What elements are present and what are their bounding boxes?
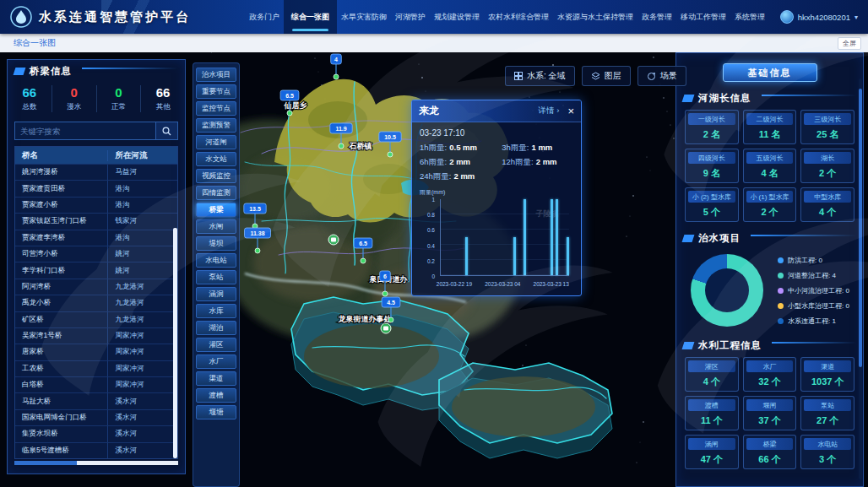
layer-menu-item[interactable]: 涵洞 <box>196 287 236 301</box>
layer-menu-item[interactable]: 水电站 <box>196 253 236 268</box>
stat-card[interactable]: 一级河长 2 名 <box>685 110 739 144</box>
layer-menu-item-label: 桥梁 <box>209 205 224 215</box>
nav-item[interactable]: 系统管理 <box>730 0 769 34</box>
stat-card[interactable]: 堰闸 37 个 <box>743 396 797 430</box>
station-marker[interactable]: 4 <box>331 54 342 79</box>
stat-card[interactable]: 渡槽 11 个 <box>685 396 739 430</box>
nav-item[interactable]: 政务管理 <box>637 0 676 34</box>
table-row[interactable]: 贾家渡贡田桥 港沟 <box>15 180 177 196</box>
nav-item[interactable]: 移动工作管理 <box>676 0 730 34</box>
table-row[interactable]: 禹龙小桥 九龙港河 <box>15 295 177 311</box>
stat-card[interactable]: 小 (2) 型水库 5 个 <box>685 187 739 222</box>
right-panel-scrollbar[interactable] <box>859 78 862 479</box>
table-row[interactable]: 吴家湾1号桥 周家冲河 <box>15 327 177 344</box>
bridge-name: 贾家渡贡田桥 <box>15 184 107 194</box>
table-row[interactable]: 姚河湾漫桥 马益河 <box>15 164 177 180</box>
stat-card[interactable]: 五级河长 4 名 <box>743 149 797 183</box>
layer-menu-item[interactable]: 监控节点 <box>196 101 236 116</box>
search-input[interactable] <box>15 122 155 139</box>
table-row[interactable]: 临泉5号渡槽桥 溪水河 <box>15 442 177 458</box>
layer-menu-item[interactable]: 渡槽 <box>196 388 236 403</box>
water-project-title: 治水项目 <box>698 232 741 245</box>
stat-card[interactable]: 三级河长 25 名 <box>800 110 854 144</box>
nav-item[interactable]: 农村水利综合管理 <box>484 0 553 34</box>
rain-metric-value: 2 mm <box>449 157 470 166</box>
layer-menu-item[interactable]: 堰塘 <box>196 405 236 419</box>
chevron-down-icon: ▾ <box>854 14 858 21</box>
stat-card[interactable]: 灌区 4 个 <box>685 357 739 392</box>
table-row[interactable]: 贾家渡李湾桥 港沟 <box>15 230 177 246</box>
stat-card[interactable]: 渠道 1037 个 <box>800 357 854 392</box>
layer-menu-item[interactable]: 湖泊 <box>196 321 236 335</box>
fullscreen-button[interactable]: 全屏 <box>838 37 861 50</box>
popup-body: 03-23 17:10 1h雨量:0.5 mm 3h雨量:1 mm 6h雨量:2… <box>412 122 581 295</box>
stat-card[interactable]: 湖长 2 个 <box>800 149 854 183</box>
table-row[interactable]: 马趾大桥 溪水河 <box>15 392 177 409</box>
right-panel-scrollbar-thumb[interactable] <box>859 89 862 367</box>
table-row[interactable]: 贾家渡小桥 港沟 <box>15 197 177 213</box>
stat-card[interactable]: 水厂 32 个 <box>743 357 797 392</box>
table-row[interactable]: 工农桥 周家冲河 <box>15 360 177 376</box>
layer-menu-item-label: 水闸 <box>209 222 224 232</box>
river-chief-cards: 一级河长 2 名 二级河长 11 名 三级河长 25 名 四级河长 9 名 五级… <box>685 110 854 222</box>
layer-menu-item[interactable]: 泵站 <box>196 270 236 284</box>
nav-item[interactable]: 综合一张图 <box>284 0 337 34</box>
layer-menu-item[interactable]: 水闸 <box>196 219 236 234</box>
layer-menu-item[interactable]: 渠道 <box>196 371 236 386</box>
table-row[interactable]: 国家电网博金门口桥 溪水河 <box>15 409 177 425</box>
layer-menu-item[interactable]: 监测预警 <box>196 118 236 133</box>
nav-item[interactable]: 水旱灾害防御 <box>337 0 391 34</box>
table-row[interactable]: 白塔桥 周家冲河 <box>15 376 177 392</box>
table-row[interactable]: 司营湾小桥 姚河 <box>15 246 177 262</box>
horizontal-scrollbar[interactable] <box>14 461 178 465</box>
layer-menu-item[interactable]: 堤坝 <box>196 236 236 251</box>
stat-card-label: 涵闸 <box>688 438 735 450</box>
popup-detail-link[interactable]: 详情 › <box>539 106 560 116</box>
vertical-scrollbar[interactable] <box>173 228 177 458</box>
river-name: 姚河 <box>107 246 177 262</box>
water-system-selector[interactable]: 水系: 全域 <box>505 66 575 86</box>
stat-card[interactable]: 四级河长 9 名 <box>685 149 739 183</box>
stat-card[interactable]: 涵闸 47 个 <box>685 435 739 469</box>
stat-card[interactable]: 泵站 27 个 <box>800 396 854 430</box>
nav-item-label: 移动工作管理 <box>681 12 726 23</box>
layer-menu-item[interactable]: 水库 <box>196 304 236 318</box>
stat-card[interactable]: 桥梁 66 个 <box>743 435 797 469</box>
layer-menu-item[interactable]: 四情监测 <box>196 186 236 200</box>
search-button[interactable] <box>155 122 177 139</box>
close-icon[interactable]: × <box>567 106 574 116</box>
layer-menu-item[interactable]: 水文站 <box>196 152 236 166</box>
bridge-name: 贾家渡小桥 <box>15 200 107 210</box>
table-row[interactable]: 唐家桥 周家冲河 <box>15 344 177 360</box>
nav-item[interactable]: 规划建设管理 <box>430 0 484 34</box>
layer-menu-item[interactable]: 河道闸 <box>196 135 236 149</box>
layer-menu-item-label: 堰塘 <box>209 408 224 418</box>
rain-bar <box>513 237 516 275</box>
table-row[interactable]: 矿区桥 九龙港河 <box>15 311 177 327</box>
stat-card[interactable]: 中型水库 4 个 <box>800 187 854 222</box>
user-menu[interactable]: hkxh42080201 ▾ <box>780 0 858 34</box>
basic-info-button[interactable]: 基础信息 <box>723 63 817 82</box>
layer-menu-item-label: 水文站 <box>205 154 227 165</box>
layer-menu-item[interactable]: 灌区 <box>196 338 236 352</box>
layer-menu-item[interactable]: 治水项目 <box>196 68 236 82</box>
nav-item-label: 农村水利综合管理 <box>488 12 549 23</box>
layers-button[interactable]: 图层 <box>582 66 631 86</box>
stat-card[interactable]: 二级河长 11 名 <box>743 110 797 144</box>
stat-card[interactable]: 小 (1) 型水库 2 个 <box>743 187 797 222</box>
stat-card[interactable]: 水电站 3 个 <box>800 435 854 469</box>
layer-menu-item[interactable]: 重要节点 <box>196 84 236 99</box>
layer-menu-item[interactable]: 视频监控 <box>196 169 236 183</box>
table-row[interactable]: 集贤水坝桥 溪水河 <box>15 425 177 441</box>
nav-item[interactable]: 河湖管护 <box>391 0 430 34</box>
table-row[interactable]: 贾家镇赵玉湾门口桥 钱家河 <box>15 213 177 229</box>
table-row[interactable]: 李学科门口桥 姚河 <box>15 262 177 278</box>
horizontal-scrollbar-thumb[interactable] <box>14 461 77 465</box>
breadcrumb[interactable]: 综合一张图 <box>14 37 56 49</box>
layer-menu-item[interactable]: 水厂 <box>196 354 236 369</box>
table-row[interactable]: 阿河湾桥 九龙港河 <box>15 279 177 295</box>
scene-button[interactable]: 场景 <box>637 66 686 86</box>
layer-menu-item[interactable]: 桥梁 <box>196 203 236 217</box>
nav-item[interactable]: 水资源与水土保持管理 <box>553 0 637 34</box>
nav-item[interactable]: 政务门户 <box>245 0 284 34</box>
